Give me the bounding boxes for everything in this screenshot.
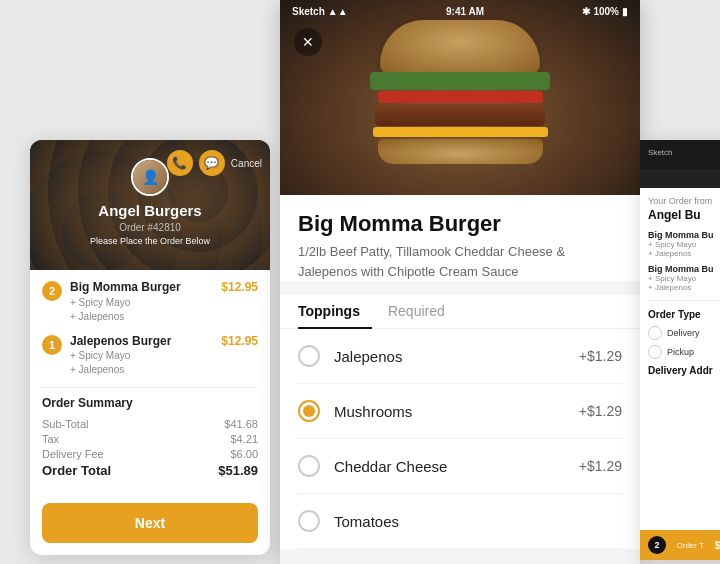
right-item-2: Big Momma Bu + Spicy Mayo + Jalepenos bbox=[648, 264, 720, 292]
item-quantity-badge-2: 1 bbox=[42, 335, 62, 355]
radio-cheddar[interactable] bbox=[298, 455, 320, 477]
right-restaurant-name: Angel Bu bbox=[648, 208, 720, 222]
item-price-2: $12.95 bbox=[221, 334, 258, 348]
topping-price-jalepenos: +$1.29 bbox=[579, 348, 622, 364]
order-total-label: Order Total bbox=[42, 463, 111, 478]
right-item-1: Big Momma Bu + Spicy Mayo + Jalepenos bbox=[648, 230, 720, 258]
topping-jalepenos: Jalepenos +$1.29 bbox=[298, 329, 622, 384]
topping-name-tomatoes: Tomatoes bbox=[334, 513, 399, 530]
right-footer: 2 Order T $51.8 bbox=[640, 530, 720, 560]
patty-layer bbox=[375, 104, 545, 126]
tab-required[interactable]: Required bbox=[388, 295, 457, 329]
topping-mushrooms: Mushrooms +$1.29 bbox=[298, 384, 622, 439]
topping-left-cheddar: Cheddar Cheese bbox=[298, 455, 447, 477]
wifi-icon: ▲▲ bbox=[328, 6, 348, 17]
topping-left-mushrooms: Mushrooms bbox=[298, 400, 412, 422]
close-button[interactable]: ✕ bbox=[294, 28, 322, 56]
cheese-layer bbox=[373, 127, 548, 137]
topping-name-mushrooms: Mushrooms bbox=[334, 403, 412, 420]
sub-total-row: Sub-Total $41.68 bbox=[42, 418, 258, 430]
topping-left-tomatoes: Tomatoes bbox=[298, 510, 399, 532]
right-item-name-1: Big Momma Bu bbox=[648, 230, 720, 240]
radio-inner-mushrooms bbox=[303, 405, 315, 417]
bluetooth-icon: ✱ bbox=[582, 6, 590, 17]
restaurant-name: Angel Burgers bbox=[98, 202, 201, 220]
sub-total-label: Sub-Total bbox=[42, 418, 88, 430]
delivery-label: Delivery bbox=[667, 328, 700, 338]
topping-cheddar: Cheddar Cheese +$1.29 bbox=[298, 439, 622, 494]
item-mods: + Spicy Mayo+ Jalepenos bbox=[70, 296, 181, 324]
tax-label: Tax bbox=[42, 433, 59, 445]
tabs-row: Toppings Required bbox=[280, 295, 640, 329]
order-item-left: 2 Big Momma Burger + Spicy Mayo+ Jalepen… bbox=[42, 280, 181, 324]
burger-visual bbox=[360, 20, 560, 180]
right-item-mod-1a: + Spicy Mayo bbox=[648, 240, 720, 249]
order-label: Order T bbox=[677, 541, 704, 550]
order-total-row: Order Total $51.89 bbox=[42, 463, 258, 478]
item-info: Big Momma Burger + Spicy Mayo+ Jalepenos bbox=[70, 280, 181, 324]
next-button[interactable]: Next bbox=[42, 503, 258, 543]
item-name: Big Momma Burger bbox=[70, 280, 181, 296]
delivery-fee-row: Delivery Fee $6.00 bbox=[42, 448, 258, 460]
order-item-1: 2 Big Momma Burger + Spicy Mayo+ Jalepen… bbox=[42, 280, 258, 324]
status-left: Sketch ▲▲ bbox=[292, 6, 348, 17]
topping-left: Jalepenos bbox=[298, 345, 402, 367]
right-panel: Sketch ▲ Swip Your Order from Angel Bu B… bbox=[640, 140, 720, 560]
item-info-2: Jalepenos Burger + Spicy Mayo+ Jalepenos bbox=[70, 334, 171, 378]
item-description: 1/2lb Beef Patty, Tillamook Cheddar Chee… bbox=[298, 242, 622, 281]
tax-row: Tax $4.21 bbox=[42, 433, 258, 445]
item-quantity-badge: 2 bbox=[42, 281, 62, 301]
topping-price-cheddar: +$1.29 bbox=[579, 458, 622, 474]
please-order-text: Please Place the Order Below bbox=[90, 236, 210, 246]
item-price: $12.95 bbox=[221, 280, 258, 294]
lettuce-layer bbox=[370, 72, 550, 90]
pickup-label: Pickup bbox=[667, 347, 694, 357]
left-body: 2 Big Momma Burger + Spicy Mayo+ Jalepen… bbox=[30, 270, 270, 491]
avatar-image: 👤 bbox=[133, 160, 167, 194]
item-name-2: Jalepenos Burger bbox=[70, 334, 171, 350]
right-carrier: Sketch bbox=[648, 148, 672, 157]
order-total-val: $51.89 bbox=[218, 463, 258, 478]
left-panel: 📞 💬 Cancel 👤 Angel Burgers Order #42810 … bbox=[30, 140, 270, 555]
sub-total-val: $41.68 bbox=[224, 418, 258, 430]
avatar: 👤 bbox=[131, 158, 169, 196]
toppings-list: Jalepenos +$1.29 Mushrooms +$1.29 Chedda… bbox=[280, 329, 640, 549]
status-right: ✱ 100% ▮ bbox=[582, 6, 628, 17]
delivery-addr-title: Delivery Addr bbox=[648, 365, 720, 376]
tab-toppings[interactable]: Toppings bbox=[298, 295, 372, 329]
divider bbox=[42, 387, 258, 388]
header-content: 👤 Angel Burgers Order #42810 Please Plac… bbox=[30, 140, 270, 246]
item-mods-2: + Spicy Mayo+ Jalepenos bbox=[70, 349, 171, 377]
right-swipe: Swip bbox=[640, 169, 720, 188]
pickup-row: Pickup bbox=[648, 345, 720, 359]
right-item-mod-2b: + Jalepenos bbox=[648, 283, 720, 292]
radio-mushrooms[interactable] bbox=[298, 400, 320, 422]
delivery-fee-label: Delivery Fee bbox=[42, 448, 104, 460]
right-from-label: Your Order from bbox=[648, 196, 720, 206]
right-divider bbox=[648, 300, 720, 301]
bun-top bbox=[380, 20, 540, 75]
order-summary-title: Order Summary bbox=[42, 396, 258, 410]
battery-text: 100% bbox=[593, 6, 619, 17]
time-text: 9:41 AM bbox=[446, 6, 484, 17]
right-item-mod-1b: + Jalepenos bbox=[648, 249, 720, 258]
footer-price: $51.8 bbox=[714, 539, 720, 551]
left-header: 📞 💬 Cancel 👤 Angel Burgers Order #42810 … bbox=[30, 140, 270, 270]
order-number: Order #42810 bbox=[119, 222, 181, 233]
item-detail: Big Momma Burger 1/2lb Beef Patty, Tilla… bbox=[280, 195, 640, 281]
radio-jalepenos[interactable] bbox=[298, 345, 320, 367]
carrier-text: Sketch bbox=[292, 6, 325, 17]
right-header: Sketch ▲ bbox=[640, 140, 720, 169]
radio-tomatoes[interactable] bbox=[298, 510, 320, 532]
status-bar: Sketch ▲▲ 9:41 AM ✱ 100% ▮ bbox=[280, 0, 640, 22]
pickup-radio[interactable] bbox=[648, 345, 662, 359]
topping-name-jalepenos: Jalepenos bbox=[334, 348, 402, 365]
middle-panel: Sketch ▲▲ 9:41 AM ✱ 100% ▮ ✕ Big Momma B… bbox=[280, 0, 640, 564]
topping-tomatoes: Tomatoes bbox=[298, 494, 622, 549]
delivery-radio[interactable] bbox=[648, 326, 662, 340]
order-item-2: 1 Jalepenos Burger + Spicy Mayo+ Jalepen… bbox=[42, 334, 258, 378]
delivery-row: Delivery bbox=[648, 326, 720, 340]
bun-bottom bbox=[378, 139, 543, 164]
order-type-title: Order Type bbox=[648, 309, 720, 320]
delivery-fee-val: $6.00 bbox=[230, 448, 258, 460]
